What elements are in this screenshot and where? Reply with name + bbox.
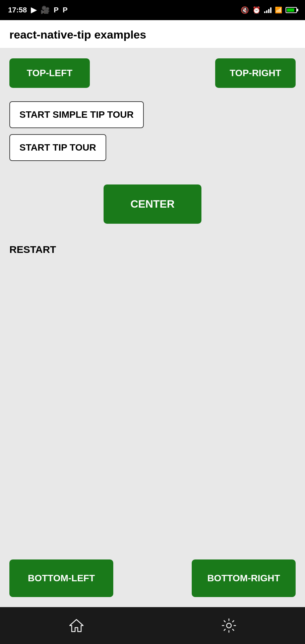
outline-buttons-col: START SIMPLE TIP TOUR START TIP TOUR — [9, 101, 296, 161]
restart-area: RESTART — [9, 244, 296, 255]
start-tip-tour-button[interactable]: START TIP TOUR — [9, 134, 106, 161]
top-right-button[interactable]: TOP-RIGHT — [215, 58, 296, 88]
svg-point-1 — [227, 623, 231, 628]
main-content: TOP-LEFT TOP-RIGHT START SIMPLE TIP TOUR… — [0, 48, 305, 607]
wifi-icon: 📶 — [275, 6, 282, 14]
nav-home[interactable] — [48, 614, 105, 637]
bottom-left-button[interactable]: BOTTOM-LEFT — [9, 559, 113, 597]
alarm-icon: ⏰ — [252, 6, 261, 14]
start-simple-tip-tour-button[interactable]: START SIMPLE TIP TOUR — [9, 101, 144, 128]
svg-point-2 — [228, 624, 230, 627]
center-area: CENTER — [9, 184, 296, 224]
signal-icon — [264, 7, 271, 13]
app-header: react-native-tip examples — [0, 20, 305, 48]
battery-icon — [286, 7, 297, 13]
bottom-buttons-row: BOTTOM-LEFT BOTTOM-RIGHT — [9, 553, 296, 597]
play-icon: ▶ — [31, 6, 37, 14]
restart-text[interactable]: RESTART — [9, 244, 56, 255]
home-icon — [68, 617, 85, 634]
time-display: 17:58 — [8, 6, 27, 14]
status-bar-left: 17:58 ▶ 🎥 P P — [8, 6, 68, 14]
app-title: react-native-tip examples — [9, 28, 296, 41]
status-bar: 17:58 ▶ 🎥 P P 🔇 ⏰ 📶 — [0, 0, 305, 20]
center-button[interactable]: CENTER — [104, 184, 201, 224]
video-icon: 🎥 — [41, 6, 50, 14]
nav-settings[interactable] — [200, 614, 257, 637]
p-icon1: P — [54, 6, 59, 14]
svg-marker-0 — [70, 620, 83, 632]
settings-icon — [221, 617, 237, 634]
top-left-button[interactable]: TOP-LEFT — [9, 58, 90, 88]
bottom-right-button[interactable]: BOTTOM-RIGHT — [192, 559, 296, 597]
bottom-nav — [0, 607, 305, 644]
mute-icon: 🔇 — [241, 6, 249, 14]
p-icon2: P — [63, 6, 68, 14]
status-bar-right: 🔇 ⏰ 📶 — [241, 6, 297, 14]
top-buttons-row: TOP-LEFT TOP-RIGHT — [9, 58, 296, 88]
